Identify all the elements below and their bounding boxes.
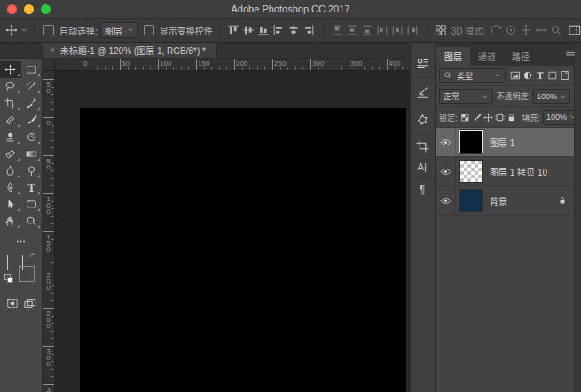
titlebar[interactable]: Adobe Photoshop CC 2017 (0, 0, 581, 19)
eyedropper-tool[interactable] (21, 95, 43, 112)
show-transform-checkbox[interactable] (144, 25, 154, 35)
distribute-bottom-edges-icon[interactable] (360, 22, 375, 38)
rectangle-tool[interactable] (21, 196, 43, 213)
tool-preset-chevron-icon[interactable] (20, 27, 27, 34)
distribute-horizontal-centers-icon[interactable] (390, 22, 405, 38)
distribute-left-edges-icon[interactable] (375, 22, 390, 38)
3d-slide-icon[interactable] (533, 22, 548, 38)
auto-align-layers-button[interactable] (434, 22, 449, 38)
document-tab[interactable]: × 未标题-1 @ 120% (图层 1, RGB/8*) * (43, 43, 217, 58)
filter-kind-value: 类型 (457, 70, 473, 82)
edit-toolbar-ellipsis-icon[interactable] (15, 236, 27, 247)
align-bottom-edges-icon[interactable] (256, 22, 271, 38)
3d-pan-icon[interactable] (518, 22, 533, 38)
visibility-toggle[interactable] (436, 128, 456, 156)
visibility-toggle[interactable] (436, 157, 456, 185)
workspace-switcher-icon[interactable] (569, 24, 581, 36)
layer-thumbnail[interactable] (459, 130, 483, 153)
layer-name[interactable]: 背景 (490, 194, 507, 208)
minimize-button[interactable] (24, 4, 34, 14)
eraser-tool[interactable] (0, 145, 21, 162)
path-selection-tool[interactable] (0, 196, 21, 213)
default-colors-icon[interactable] (4, 274, 12, 282)
close-button[interactable] (7, 4, 17, 14)
swap-colors-icon[interactable] (29, 253, 37, 261)
auto-select-checkbox[interactable] (43, 25, 54, 35)
visibility-toggle[interactable] (436, 186, 456, 215)
screen-mode-icon[interactable] (24, 297, 36, 310)
pen-tool[interactable] (0, 179, 21, 196)
fullscreen-button[interactable] (41, 4, 51, 14)
distribute-right-edges-icon[interactable] (405, 22, 420, 38)
3d-zoom-icon[interactable] (548, 22, 563, 38)
filter-shape-layers-icon[interactable] (547, 70, 558, 81)
layer-thumbnail[interactable] (459, 189, 483, 212)
opacity-field[interactable]: 100% (533, 89, 570, 104)
zoom-tool[interactable] (21, 213, 43, 230)
lock-row: 锁定: 填充: 100% (436, 107, 574, 128)
blend-mode-dropdown[interactable]: 正常 (439, 89, 493, 104)
move-tool[interactable] (0, 61, 21, 78)
filter-kind-dropdown[interactable]: 类型 (439, 68, 506, 83)
crop-tool[interactable] (0, 95, 21, 112)
layer-name[interactable]: 图层 1 (490, 136, 514, 149)
tab-close-icon[interactable]: × (50, 45, 55, 55)
paragraph-panel-icon[interactable]: ¶ (411, 178, 435, 200)
panel-tab[interactable]: 通道 (470, 47, 504, 66)
layer-row[interactable]: 图层 1 (436, 128, 574, 157)
lock-all-icon[interactable] (506, 113, 516, 122)
quick-mask-mode-icon[interactable] (6, 297, 19, 310)
auto-select-target-dropdown[interactable]: 图层 (100, 22, 138, 38)
rectangular-marquee-tool[interactable] (21, 61, 43, 78)
horizontal-ruler[interactable]: 050100150200250300350400 (54, 59, 410, 71)
lock-image-pixels-icon[interactable] (472, 113, 482, 122)
layer-thumbnail[interactable] (459, 160, 483, 183)
brush-tool[interactable] (21, 112, 43, 129)
align-top-edges-icon[interactable] (226, 22, 241, 38)
shapes-panel-icon[interactable] (411, 106, 435, 135)
dodge-tool[interactable] (21, 162, 43, 179)
quick-selection-tool[interactable] (21, 78, 43, 95)
lock-artboard-icon[interactable] (495, 113, 505, 122)
layer-row[interactable]: 图层 1 拷贝 10 (436, 157, 574, 186)
3d-roll-icon[interactable] (503, 22, 518, 38)
filter-pixel-layers-icon[interactable] (510, 70, 521, 81)
canvas-area[interactable]: 050100150200250300350400 500501001502002… (43, 59, 410, 392)
blur-tool[interactable] (0, 162, 21, 179)
lasso-tool[interactable] (0, 78, 21, 95)
clone-stamp-tool[interactable] (0, 129, 21, 145)
type-tool[interactable] (21, 179, 43, 196)
layer-row[interactable]: 背景 (436, 186, 574, 216)
separator (34, 23, 35, 37)
hand-tool[interactable] (0, 213, 21, 230)
panel-menu-icon[interactable] (565, 48, 574, 59)
info-panel-icon[interactable] (411, 78, 435, 106)
3d-orbit-icon[interactable] (488, 22, 503, 38)
fill-field[interactable]: 100% (543, 110, 574, 125)
window-title: Adobe Photoshop CC 2017 (0, 4, 581, 14)
distribute-vertical-centers-icon[interactable] (345, 22, 360, 38)
background-color-swatch[interactable] (19, 266, 35, 282)
crop-preview-panel-icon[interactable] (411, 135, 435, 156)
filter-smart-objects-icon[interactable] (560, 70, 570, 81)
align-right-edges-icon[interactable] (302, 22, 317, 38)
opacity-value: 100% (537, 92, 557, 101)
gradient-tool[interactable] (21, 145, 43, 162)
lock-transparent-pixels-icon[interactable] (460, 113, 470, 122)
panel-tab[interactable]: 图层 (436, 47, 470, 66)
filter-adjustment-layers-icon[interactable] (522, 70, 533, 81)
spot-healing-brush-tool[interactable] (0, 112, 21, 129)
distribute-top-edges-icon[interactable] (330, 22, 345, 38)
align-left-edges-icon[interactable] (271, 22, 287, 38)
document-canvas[interactable] (80, 108, 406, 392)
layer-name[interactable]: 图层 1 拷贝 10 (490, 165, 547, 178)
vertical-ruler[interactable]: 50050100150200250300350 (43, 70, 55, 392)
align-vertical-centers-icon[interactable] (241, 22, 256, 38)
align-horizontal-centers-icon[interactable] (287, 22, 302, 38)
filter-type-layers-icon[interactable] (535, 70, 546, 81)
lock-position-icon[interactable] (483, 113, 493, 122)
history-brush-tool[interactable] (21, 129, 43, 145)
character-panel-icon[interactable]: A| (411, 156, 435, 178)
panel-tab[interactable]: 路径 (504, 47, 538, 66)
properties-panel-icon[interactable] (411, 50, 435, 78)
